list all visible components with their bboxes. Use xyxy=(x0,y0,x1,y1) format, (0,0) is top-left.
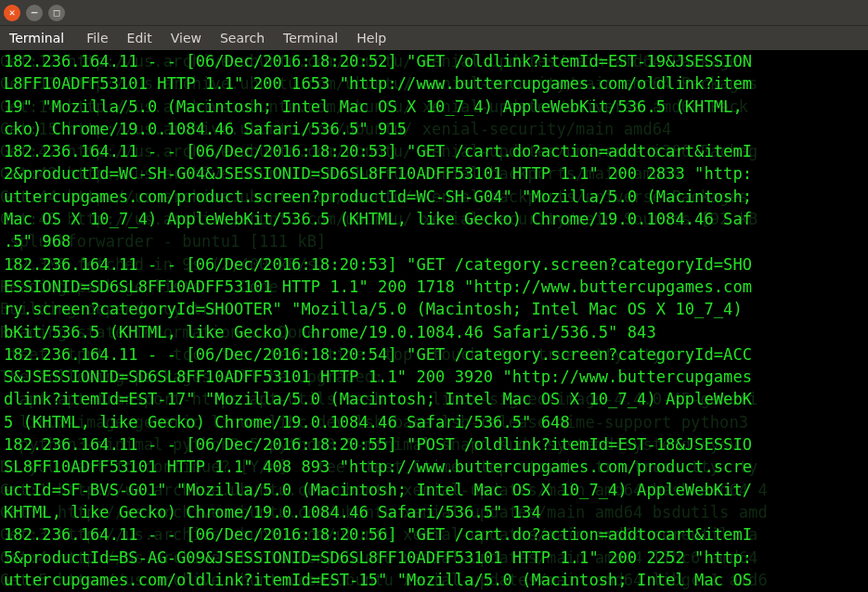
window-titlebar: ✕ — □ xyxy=(0,0,868,26)
menu-edit[interactable]: Edit xyxy=(118,26,162,50)
terminal-output: 182.236.164.11 - - [06/Dec/2016:18:20:52… xyxy=(4,50,864,592)
window-title: Terminal xyxy=(6,26,77,50)
close-icon[interactable]: ✕ xyxy=(4,5,20,21)
menu-file[interactable]: File xyxy=(77,26,117,50)
menu-terminal[interactable]: Terminal xyxy=(274,26,347,50)
menu-help[interactable]: Help xyxy=(347,26,395,50)
minimize-icon[interactable]: — xyxy=(26,5,43,21)
menu-view[interactable]: View xyxy=(162,26,211,50)
maximize-icon[interactable]: □ xyxy=(48,5,65,21)
menubar: Terminal File Edit View Search Terminal … xyxy=(0,26,868,50)
terminal-viewport[interactable]: Get:12 http://us.archive.ubuntu.com/ubun… xyxy=(0,50,868,592)
menu-search[interactable]: Search xyxy=(211,26,274,50)
